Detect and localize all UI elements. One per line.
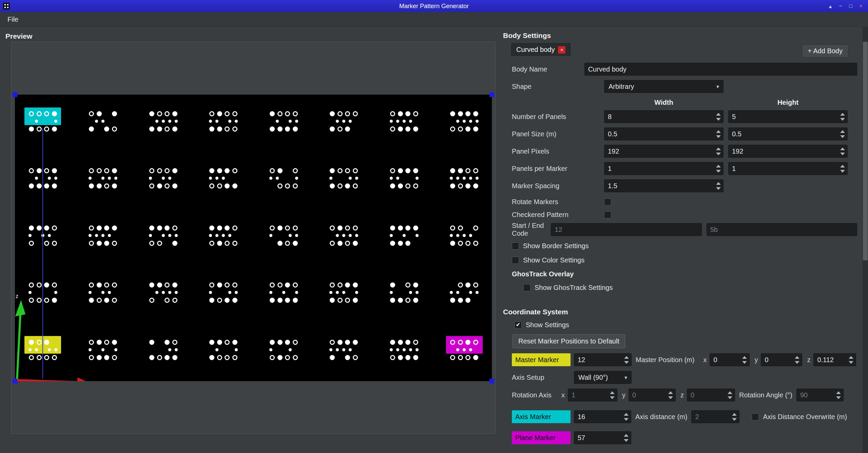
marker-r1-c3[interactable] <box>208 166 239 190</box>
marker-r2-c4[interactable] <box>268 223 300 247</box>
marker-r3-c5[interactable] <box>328 281 360 304</box>
master-position-x-spinner[interactable] <box>710 353 750 366</box>
close-window-icon[interactable]: × <box>856 1 866 11</box>
number-of-panels-width-input[interactable] <box>604 110 724 123</box>
spin-up-icon[interactable] <box>716 147 721 150</box>
spin-down-icon[interactable] <box>728 396 732 399</box>
master-position-z-spinner[interactable] <box>813 353 856 366</box>
spinner-arrows[interactable] <box>621 432 631 444</box>
maximize-window-icon[interactable]: □ <box>846 1 856 11</box>
marker-r1-c7[interactable] <box>448 166 480 190</box>
spin-down-icon[interactable] <box>624 418 629 421</box>
tab-curved-body[interactable]: Curved body × <box>511 43 571 56</box>
panels-per-marker-height-spinner[interactable] <box>728 162 848 175</box>
canvas-handle-bottom-left[interactable] <box>13 379 17 383</box>
number-of-panels-width-spinner[interactable] <box>604 110 724 123</box>
axis-distance-spinner[interactable] <box>691 410 739 423</box>
spin-down-icon[interactable] <box>849 361 853 364</box>
add-body-button[interactable]: + Add Body <box>802 44 848 58</box>
spin-down-icon[interactable] <box>840 153 845 155</box>
spin-up-icon[interactable] <box>610 391 615 394</box>
marker-r3-c6[interactable] <box>388 281 420 304</box>
minimize-window-icon[interactable]: − <box>835 1 846 11</box>
panel-size-width-input[interactable] <box>604 127 724 140</box>
panel-pixels-height-spinner[interactable] <box>728 145 848 158</box>
spin-down-icon[interactable] <box>840 135 845 138</box>
spinner-arrows[interactable] <box>725 389 735 401</box>
marker-r2-c7[interactable] <box>448 223 480 247</box>
marker-r4-c5[interactable] <box>328 338 360 361</box>
marker-r3-c2[interactable] <box>147 281 179 304</box>
preview-canvas[interactable]: z x <box>15 95 492 381</box>
marker-r3-c4[interactable] <box>268 281 300 304</box>
spin-down-icon[interactable] <box>716 135 721 138</box>
marker-r2-c5[interactable] <box>328 223 360 247</box>
canvas-handle-top-left[interactable] <box>13 92 17 97</box>
rotation-angle-spinner[interactable] <box>796 389 844 401</box>
spin-up-icon[interactable] <box>716 130 721 133</box>
marker-r0-c6[interactable] <box>388 109 420 133</box>
show-border-settings-checkbox[interactable] <box>512 242 519 250</box>
spin-up-icon[interactable] <box>742 356 747 359</box>
panel-size-height-spinner[interactable] <box>728 127 848 140</box>
axis-marker-spinner[interactable] <box>574 410 631 423</box>
shade-window-icon[interactable]: ▴ <box>825 1 835 11</box>
spinner-arrows[interactable] <box>740 354 749 366</box>
marker-r4-c1[interactable] <box>87 338 119 361</box>
spin-down-icon[interactable] <box>840 118 845 121</box>
marker-r4-c7[interactable] <box>448 338 480 361</box>
spinner-arrows[interactable] <box>730 411 739 423</box>
marker-r0-c0[interactable] <box>27 109 59 133</box>
marker-spacing-spinner[interactable] <box>604 179 724 192</box>
spinner-arrows[interactable] <box>714 162 723 175</box>
spinner-arrows[interactable] <box>621 411 631 423</box>
title-bar[interactable]: Marker Pattern Generator ▴ − □ × <box>0 0 868 12</box>
spin-up-icon[interactable] <box>840 130 845 133</box>
number-of-panels-height-input[interactable] <box>728 110 848 123</box>
end-code-input[interactable] <box>707 223 857 236</box>
body-name-input[interactable] <box>584 63 857 76</box>
spinner-arrows[interactable] <box>846 354 856 366</box>
show-ghostrack-settings-checkbox[interactable] <box>523 284 531 291</box>
panels-per-marker-width-input[interactable] <box>604 162 724 175</box>
number-of-panels-height-spinner[interactable] <box>728 110 848 123</box>
spin-down-icon[interactable] <box>716 170 721 173</box>
spinner-arrows[interactable] <box>792 354 802 366</box>
spin-down-icon[interactable] <box>716 153 721 155</box>
spin-down-icon[interactable] <box>742 361 747 364</box>
marker-r2-c6[interactable] <box>388 223 420 247</box>
start-code-input[interactable] <box>551 223 701 236</box>
panel-pixels-width-spinner[interactable] <box>604 145 724 158</box>
canvas-handle-bottom-right[interactable] <box>489 379 494 383</box>
axis-setup-select[interactable]: Wall (90°) ▾ <box>574 371 632 384</box>
marker-r2-c3[interactable] <box>208 223 239 247</box>
spinner-arrows[interactable] <box>714 180 723 192</box>
spin-down-icon[interactable] <box>840 170 845 173</box>
axis-distance-overwrite-checkbox[interactable] <box>752 413 759 420</box>
canvas-handle-top-right[interactable] <box>489 92 494 97</box>
panels-per-marker-height-input[interactable] <box>728 162 848 175</box>
spinner-arrows[interactable] <box>607 389 617 401</box>
marker-r4-c2[interactable] <box>147 338 179 361</box>
spinner-arrows[interactable] <box>666 389 675 401</box>
rotation-axis-z-spinner[interactable] <box>687 389 735 401</box>
marker-r1-c5[interactable] <box>328 166 360 190</box>
spin-up-icon[interactable] <box>624 413 629 416</box>
master-marker-spinner[interactable] <box>574 353 632 366</box>
marker-r1-c6[interactable] <box>388 166 420 190</box>
spin-down-icon[interactable] <box>668 396 673 399</box>
marker-r1-c0[interactable] <box>27 166 59 190</box>
panel-size-height-input[interactable] <box>728 127 848 140</box>
spin-up-icon[interactable] <box>732 413 737 416</box>
spin-up-icon[interactable] <box>836 391 841 394</box>
panel-pixels-height-input[interactable] <box>728 145 848 158</box>
marker-r4-c0[interactable] <box>27 338 59 361</box>
marker-r3-c0[interactable] <box>27 281 59 304</box>
marker-r0-c1[interactable] <box>87 109 119 133</box>
spin-up-icon[interactable] <box>716 182 721 185</box>
marker-r1-c4[interactable] <box>268 166 300 190</box>
show-color-settings-checkbox[interactable] <box>512 257 519 264</box>
marker-r4-c3[interactable] <box>208 338 239 361</box>
spin-down-icon[interactable] <box>716 187 721 190</box>
spin-up-icon[interactable] <box>840 147 845 150</box>
